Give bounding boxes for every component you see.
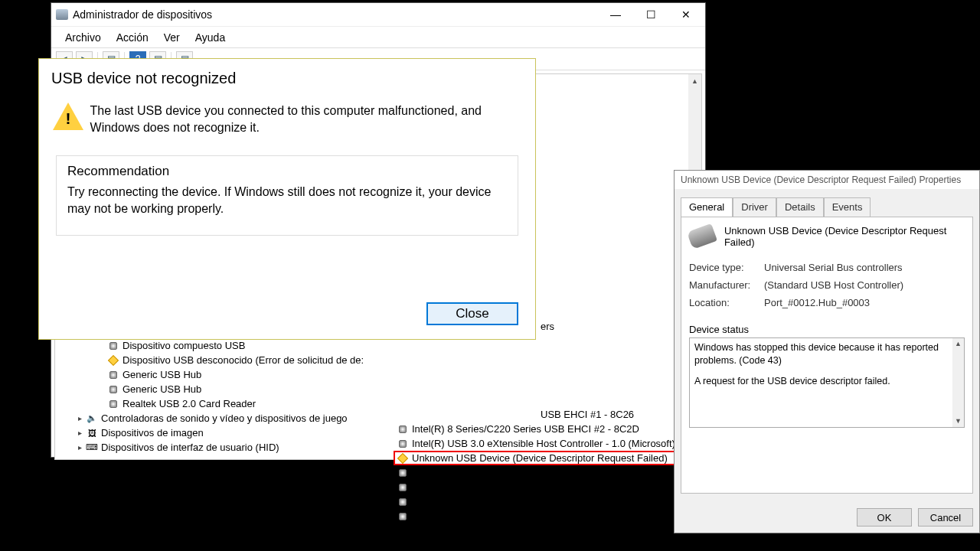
toast-title: USB device not recognized [39,59,535,95]
tab-details[interactable]: Details [776,197,824,217]
tree-item-label: Intel(R) 8 Series/C220 Series USB EHCI #… [412,423,639,435]
label-location: Location: [689,297,764,308]
menu-ver[interactable]: Ver [156,28,188,47]
tree-item[interactable]: Intel(R) USB 3.0 eXtensible Host Control… [395,436,701,451]
expander-icon[interactable]: ▸ [75,443,84,452]
menu-archivo[interactable]: Archivo [57,28,109,47]
properties-dialog: Unknown USB Device (Device Descriptor Re… [674,170,980,533]
tree-item-label: Generic USB Hub [122,383,201,395]
tree-item-label: Unknown USB Device (Device Descriptor Re… [412,452,668,464]
minimize-button[interactable]: — [598,3,633,26]
props-title: Unknown USB Device (Device Descriptor Re… [675,171,979,189]
toast-message: The last USB device you connected to thi… [90,103,521,135]
tree-item-label: Dispositivo USB desconocido (Error de so… [122,354,364,366]
recommendation-heading: Recommendation [67,164,507,179]
tree-item[interactable]: USB EHCI #1 - 8C26 [395,407,701,422]
tree-group-label: Dispositivos de imagen [101,427,204,439]
tree-item-label: Intel(R) USB 3.0 eXtensible Host Control… [412,438,675,449]
close-button[interactable]: ✕ [668,3,704,26]
tree-item[interactable]: USB Root Hub [395,480,701,494]
tree-item-highlighted[interactable]: Unknown USB Device (Device Descriptor Re… [394,451,701,465]
tab-general[interactable]: General [681,197,733,217]
tree-item-label: USB Root Hub (xHCI) [412,510,508,522]
tree-item-label: Dispositivo compuesto USB [122,340,245,351]
status-line-1: Windows has stopped this device because … [694,341,959,367]
image-icon [86,427,98,439]
tree-item[interactable]: USB Root Hub (xHCI) [395,509,701,523]
scroll-up-icon[interactable]: ▲ [688,74,701,87]
devmgr-title: Administrador de dispositivos [73,8,598,21]
value-device-type: Universal Serial Bus controllers [764,262,903,273]
expander-icon[interactable]: ▸ [75,429,84,437]
status-scrollbar[interactable]: ▲ ▼ [952,338,964,427]
menubar: Archivo Acción Ver Ayuda [51,26,705,47]
devmgr-titlebar[interactable]: Administrador de dispositivos — ☐ ✕ [51,3,705,26]
usb-toast: USB device not recognized The last USB d… [38,58,536,340]
tree-item-label: Realtek USB 2.0 Card Reader [122,398,256,409]
cancel-button[interactable]: Cancel [918,508,973,527]
maximize-button[interactable]: ☐ [633,3,668,26]
device-name: Unknown USB Device (Device Descriptor Re… [724,225,965,248]
devmgr-icon [56,9,68,20]
label-device-type: Device type: [689,262,764,273]
hid-icon [86,442,98,454]
tree-item-label: ers [541,321,554,332]
status-textarea[interactable]: Windows has stopped this device because … [689,337,965,428]
tree-item-label: Generic USB Hub [122,369,201,380]
warning-icon [53,103,77,130]
scroll-up-icon[interactable]: ▲ [952,338,964,350]
tab-driver[interactable]: Driver [733,197,776,217]
toast-close-button[interactable]: Close [426,302,518,325]
recommendation-text: Try reconnecting the device. If Windows … [67,184,507,217]
menu-ayuda[interactable]: Ayuda [188,28,233,47]
tree-item[interactable]: Intel(R) 8 Series/C220 Series USB EHCI #… [395,422,701,436]
device-icon [687,223,717,249]
device-tree-right[interactable]: ers USB EHCI #1 - 8C26 Intel(R) 8 Series… [395,319,701,523]
scroll-down-icon[interactable]: ▼ [952,416,964,427]
value-location: Port_#0012.Hub_#0003 [764,297,870,308]
tree-group-label: Controladoras de sonido y vídeo y dispos… [101,412,348,424]
tab-panel-general: Unknown USB Device (Device Descriptor Re… [681,217,973,494]
tree-item-label: USB Composite Device [412,467,516,478]
status-heading: Device status [689,324,965,335]
status-line-2: A request for the USB device descriptor … [694,375,959,388]
tab-events[interactable]: Events [824,197,871,217]
tab-strip: General Driver Details Events [675,189,979,217]
value-manufacturer: (Standard USB Host Controller) [764,279,903,291]
label-manufacturer: Manufacturer: [689,279,764,291]
expander-icon[interactable]: ▸ [75,414,84,422]
ok-button[interactable]: OK [857,508,912,527]
tree-item-label: USB Root Hub [412,496,477,507]
menu-accion[interactable]: Acción [109,28,156,47]
tree-item-label: USB Root Hub [412,481,477,493]
tree-item[interactable]: USB Composite Device [395,465,701,480]
tree-item-label: USB EHCI #1 - 8C26 [541,409,634,420]
tree-item[interactable]: USB Root Hub [395,494,701,509]
sound-icon [86,412,98,425]
tree-group-label: Dispositivos de interfaz de usuario (HID… [101,442,279,453]
